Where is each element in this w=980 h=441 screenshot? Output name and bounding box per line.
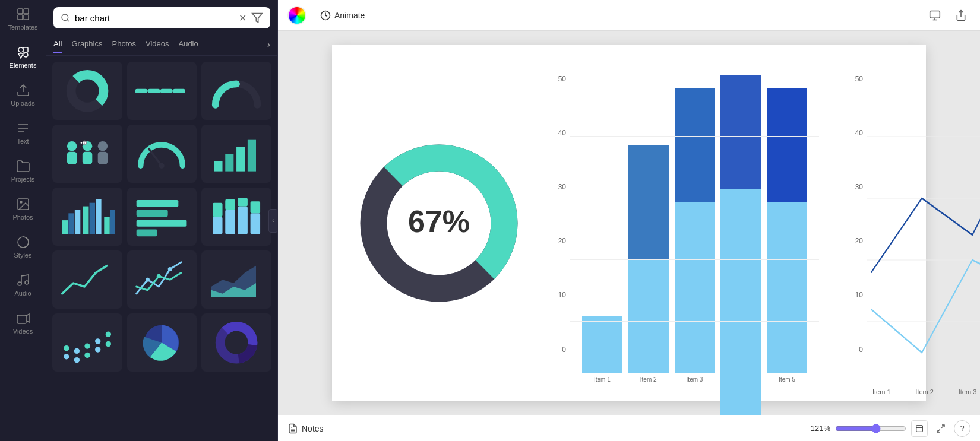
svg-rect-48 bbox=[213, 217, 222, 234]
line-y-40: 40 bbox=[839, 129, 863, 137]
help-button[interactable]: ? bbox=[954, 420, 970, 437]
element-area-chart[interactable] bbox=[201, 250, 271, 309]
notes-button[interactable]: Notes bbox=[287, 423, 324, 434]
svg-point-25 bbox=[97, 141, 107, 151]
svg-rect-14 bbox=[17, 315, 26, 323]
animate-button[interactable]: Animate bbox=[314, 6, 371, 25]
element-arc-ring[interactable] bbox=[201, 62, 271, 120]
toolbar-right bbox=[925, 6, 970, 25]
sidebar-label-videos: Videos bbox=[13, 328, 33, 335]
donut-chart: 67% bbox=[350, 63, 528, 383]
present-button[interactable] bbox=[925, 6, 944, 25]
element-people-chart[interactable]: ••• bbox=[52, 125, 122, 183]
color-picker-button[interactable] bbox=[287, 6, 306, 25]
element-line-chart[interactable] bbox=[52, 250, 122, 309]
element-dash-line[interactable] bbox=[127, 62, 197, 120]
element-gauge[interactable] bbox=[127, 125, 197, 183]
element-donut-ring[interactable] bbox=[52, 62, 122, 120]
svg-line-92 bbox=[941, 425, 944, 428]
svg-point-69 bbox=[95, 347, 100, 352]
sidebar-item-templates[interactable]: Templates bbox=[0, 0, 46, 38]
sidebar-item-audio[interactable]: Audio bbox=[0, 266, 46, 304]
sidebar-label-templates: Templates bbox=[8, 24, 37, 31]
main-canvas-area: Animate bbox=[278, 0, 980, 441]
element-bar-grouped[interactable] bbox=[52, 188, 122, 246]
svg-text:•••: ••• bbox=[80, 139, 86, 146]
sidebar-item-photos[interactable]: Photos bbox=[0, 190, 46, 228]
sidebar-item-text[interactable]: Text bbox=[0, 114, 46, 152]
hide-panel-button[interactable]: ‹ bbox=[268, 209, 278, 233]
sidebar-label-audio: Audio bbox=[14, 290, 31, 297]
svg-rect-49 bbox=[213, 203, 222, 217]
svg-rect-44 bbox=[137, 200, 179, 207]
element-donut-dark[interactable] bbox=[201, 313, 271, 372]
tab-graphics[interactable]: Graphics bbox=[71, 36, 102, 53]
y-label-30: 30 bbox=[542, 183, 566, 191]
svg-rect-41 bbox=[96, 199, 101, 234]
zoom-slider[interactable] bbox=[835, 424, 906, 433]
share-button[interactable] bbox=[951, 6, 970, 25]
svg-line-16 bbox=[67, 20, 69, 21]
tabs-row: All Graphics Photos Videos Audio › bbox=[46, 33, 277, 56]
page-indicator[interactable] bbox=[911, 420, 928, 437]
sidebar-label-text: Text bbox=[17, 138, 29, 145]
sidebar-label-projects: Projects bbox=[11, 176, 35, 183]
expand-button[interactable] bbox=[932, 420, 949, 437]
svg-point-4 bbox=[18, 47, 23, 52]
sidebar-item-uploads[interactable]: Uploads bbox=[0, 76, 46, 114]
svg-rect-45 bbox=[137, 210, 168, 217]
y-label-20: 20 bbox=[542, 237, 566, 245]
sidebar-item-styles[interactable]: Styles bbox=[0, 228, 46, 266]
svg-rect-52 bbox=[238, 206, 248, 234]
share-icon bbox=[955, 9, 967, 21]
svg-point-12 bbox=[18, 282, 21, 285]
sidebar-label-styles: Styles bbox=[14, 252, 32, 259]
svg-point-64 bbox=[95, 338, 100, 344]
notes-icon bbox=[287, 423, 298, 434]
svg-marker-6 bbox=[18, 53, 23, 58]
canvas-area[interactable]: 67% 0 10 20 30 40 50 bbox=[278, 31, 980, 415]
svg-rect-43 bbox=[110, 210, 115, 234]
svg-rect-36 bbox=[62, 220, 67, 234]
svg-rect-24 bbox=[83, 152, 92, 164]
svg-rect-38 bbox=[75, 210, 80, 234]
svg-rect-39 bbox=[83, 206, 88, 234]
expand-icon bbox=[936, 424, 946, 433]
element-pie-chart[interactable] bbox=[127, 313, 197, 372]
filter-icon[interactable] bbox=[251, 12, 263, 24]
svg-point-58 bbox=[168, 267, 172, 271]
svg-point-68 bbox=[84, 353, 90, 358]
svg-rect-46 bbox=[137, 220, 187, 227]
tab-photos[interactable]: Photos bbox=[112, 36, 135, 53]
svg-point-21 bbox=[67, 141, 77, 151]
svg-rect-54 bbox=[251, 213, 260, 234]
y-label-50: 50 bbox=[542, 75, 566, 83]
notes-label: Notes bbox=[302, 424, 324, 433]
element-scatter-line[interactable] bbox=[127, 250, 197, 309]
sidebar-label-elements: Elements bbox=[10, 62, 37, 69]
sidebar-item-elements[interactable]: Elements bbox=[0, 38, 46, 76]
sidebar-item-projects[interactable]: Projects bbox=[0, 152, 46, 190]
svg-point-67 bbox=[74, 357, 79, 363]
svg-rect-37 bbox=[68, 213, 74, 234]
tab-all[interactable]: All bbox=[53, 36, 62, 53]
element-bar-small[interactable] bbox=[201, 125, 271, 183]
animate-label: Animate bbox=[334, 11, 365, 20]
search-input[interactable] bbox=[75, 13, 234, 23]
svg-rect-33 bbox=[225, 154, 233, 171]
line-x-3: Item 3 bbox=[959, 388, 977, 395]
y-label-40: 40 bbox=[542, 129, 566, 137]
tab-audio[interactable]: Audio bbox=[178, 36, 198, 53]
svg-rect-0 bbox=[18, 9, 23, 14]
tab-videos[interactable]: Videos bbox=[146, 36, 169, 53]
element-dot-grid[interactable] bbox=[52, 313, 122, 372]
clear-icon[interactable]: ✕ bbox=[239, 12, 246, 24]
svg-rect-34 bbox=[236, 147, 245, 171]
tabs-chevron-icon[interactable]: › bbox=[267, 39, 270, 50]
svg-rect-55 bbox=[251, 201, 260, 213]
element-bar-horizontal[interactable] bbox=[127, 188, 197, 246]
sidebar-item-videos[interactable]: Videos bbox=[0, 304, 46, 342]
element-bar-stacked[interactable] bbox=[201, 188, 271, 246]
bottom-bar: Notes 121% ? bbox=[278, 415, 980, 441]
svg-point-65 bbox=[105, 331, 110, 337]
